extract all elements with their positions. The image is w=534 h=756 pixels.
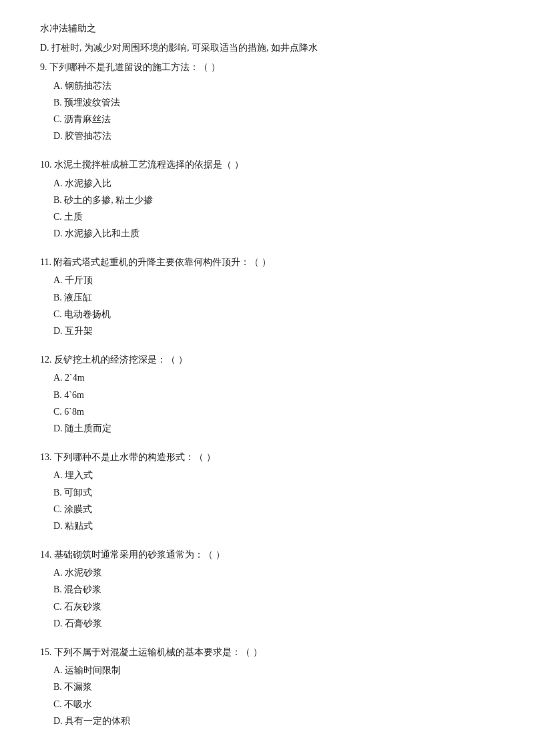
question-11-option-3: D. 互升架 xyxy=(40,323,494,339)
question-9: 9. 下列哪种不是孔道留设的施工方法：（ ）A. 钢筋抽芯法B. 预埋波纹管法C… xyxy=(40,59,494,144)
question-13-option-1: B. 可卸式 xyxy=(40,484,494,501)
question-14-option-0: A. 水泥砂浆 xyxy=(40,564,494,581)
question-title-14: 14. 基础砌筑时通常采用的砂浆通常为：（ ） xyxy=(40,546,494,563)
question-14: 14. 基础砌筑时通常采用的砂浆通常为：（ ）A. 水泥砂浆B. 混合砂浆C. … xyxy=(40,546,494,632)
question-13-option-3: D. 粘贴式 xyxy=(40,518,494,534)
question-10-option-0: A. 水泥掺入比 xyxy=(40,175,494,192)
question-title-9: 9. 下列哪种不是孔道留设的施工方法：（ ） xyxy=(40,59,494,75)
question-11: 11. 附着式塔式起重机的升降主要依靠何构件顶升：（ ）A. 千斤顶B. 液压缸… xyxy=(40,254,494,339)
question-15-option-2: C. 不吸水 xyxy=(40,696,494,713)
question-10-option-1: B. 砂土的多掺, 粘土少掺 xyxy=(40,192,494,208)
question-10-option-2: C. 土质 xyxy=(40,208,494,225)
question-12-option-0: A. 2`4m xyxy=(40,369,494,386)
question-12-option-3: D. 随土质而定 xyxy=(40,420,494,437)
question-11-option-2: C. 电动卷扬机 xyxy=(40,306,494,323)
question-10: 10. 水泥土搅拌桩成桩工艺流程选择的依据是（ ）A. 水泥掺入比B. 砂土的多… xyxy=(40,156,494,242)
intro-section: 水冲法辅助之 D. 打桩时, 为减少对周围环境的影响, 可采取适当的措施, 如井… xyxy=(40,20,494,56)
intro-line1: 水冲法辅助之 xyxy=(40,20,494,37)
intro-line2: D. 打桩时, 为减少对周围环境的影响, 可采取适当的措施, 如井点降水 xyxy=(40,39,494,56)
question-13-option-0: A. 埋入式 xyxy=(40,467,494,484)
question-12-option-1: B. 4`6m xyxy=(40,387,494,403)
question-9-option-1: B. 预埋波纹管法 xyxy=(40,94,494,111)
question-9-option-0: A. 钢筋抽芯法 xyxy=(40,77,494,94)
question-13: 13. 下列哪种不是止水带的构造形式：（ ）A. 埋入式B. 可卸式C. 涂膜式… xyxy=(40,449,494,534)
question-15-option-1: B. 不漏浆 xyxy=(40,679,494,695)
question-title-13: 13. 下列哪种不是止水带的构造形式：（ ） xyxy=(40,449,494,465)
question-15-option-0: A. 运输时间限制 xyxy=(40,662,494,679)
question-11-option-0: A. 千斤顶 xyxy=(40,272,494,289)
question-9-option-3: D. 胶管抽芯法 xyxy=(40,128,494,144)
question-11-option-1: B. 液压缸 xyxy=(40,289,494,306)
question-10-option-3: D. 水泥掺入比和土质 xyxy=(40,225,494,242)
question-15-option-3: D. 具有一定的体积 xyxy=(40,713,494,729)
questions-container: 9. 下列哪种不是孔道留设的施工方法：（ ）A. 钢筋抽芯法B. 预埋波纹管法C… xyxy=(40,59,494,729)
question-9-option-2: C. 沥青麻丝法 xyxy=(40,111,494,128)
question-15: 15. 下列不属于对混凝土运输机械的基本要求是：（ ）A. 运输时间限制B. 不… xyxy=(40,644,494,729)
question-14-option-1: B. 混合砂浆 xyxy=(40,581,494,598)
question-12-option-2: C. 6`8m xyxy=(40,403,494,420)
question-14-option-3: D. 石膏砂浆 xyxy=(40,615,494,632)
question-12: 12. 反铲挖土机的经济挖深是：（ ）A. 2`4mB. 4`6mC. 6`8m… xyxy=(40,351,494,437)
question-title-12: 12. 反铲挖土机的经济挖深是：（ ） xyxy=(40,351,494,368)
question-title-10: 10. 水泥土搅拌桩成桩工艺流程选择的依据是（ ） xyxy=(40,156,494,173)
question-title-15: 15. 下列不属于对混凝土运输机械的基本要求是：（ ） xyxy=(40,644,494,660)
question-14-option-2: C. 石灰砂浆 xyxy=(40,598,494,615)
question-title-11: 11. 附着式塔式起重机的升降主要依靠何构件顶升：（ ） xyxy=(40,254,494,270)
question-13-option-2: C. 涂膜式 xyxy=(40,501,494,518)
